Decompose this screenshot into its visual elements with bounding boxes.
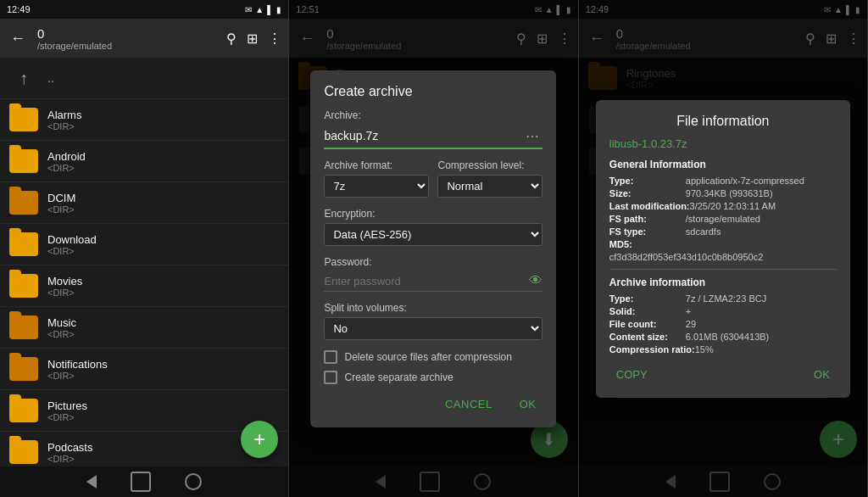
archive-file-count: 29 <box>686 319 696 329</box>
info-md5: cf3d38d2ff053ef343d10c0b8b0950c2 <box>609 252 763 262</box>
info-divider <box>609 269 837 270</box>
file-list-1: ↑ .. Alarms <DIR> Android <DIR> DCIM <box>0 58 288 466</box>
delete-source-checkbox[interactable] <box>324 350 337 364</box>
toolbar-icons-1: ⚲ ⊞ ⋮ <box>226 31 281 47</box>
file-info-filename: libusb-1.0.23.7z <box>609 137 837 150</box>
selected-count-1: 0 <box>37 26 221 41</box>
archive-content-size: 6.01MB (6304413B) <box>686 332 769 342</box>
md5-label: MD5: <box>609 239 686 249</box>
status-left-1: 12:49 <box>7 4 31 14</box>
split-label: Split into volumes: <box>324 302 542 314</box>
info-fs-type: sdcardfs <box>686 226 721 237</box>
folder-icon <box>9 274 38 298</box>
search-icon-1[interactable]: ⚲ <box>226 31 236 47</box>
archive-info-section: Archive information <box>609 276 837 288</box>
cancel-button[interactable]: Cancel <box>438 394 499 414</box>
toolbar-info-1: 0 /storage/emulated <box>34 26 221 51</box>
general-info-section: General Information <box>609 159 837 170</box>
folder-icon-special <box>9 316 38 339</box>
list-item[interactable]: ↑ .. <box>0 58 288 99</box>
toolbar-1: ← 0 /storage/emulated ⚲ ⊞ ⋮ <box>0 19 288 58</box>
archive-name-row: ⋯ <box>324 125 542 149</box>
encryption-label: Encryption: <box>324 208 542 220</box>
archive-compression-ratio: 15% <box>695 344 714 355</box>
list-item[interactable]: Alarms <DIR> <box>0 99 288 141</box>
recents-nav-1[interactable] <box>185 473 202 490</box>
list-item[interactable]: Notifications <DIR> <box>0 349 288 390</box>
list-item[interactable]: Music <DIR> <box>0 307 288 349</box>
parent-dir-icon: ↑ <box>8 63 39 93</box>
back-nav-1[interactable] <box>86 475 97 489</box>
folder-icon <box>9 149 38 173</box>
panel-1: 12:49 ✉ ▲ ▌ ▮ ← 0 /storage/emulated ⚲ ⊞ … <box>0 0 289 497</box>
fab-add-1[interactable]: + <box>241 421 278 458</box>
show-password-icon[interactable]: 👁 <box>529 273 542 288</box>
create-archive-overlay: Create archive Archive: ⋯ Archive format… <box>289 0 577 497</box>
wifi-icon-1: ▲ <box>255 5 264 14</box>
status-bar-1: 12:49 ✉ ▲ ▌ ▮ <box>0 0 288 19</box>
dialog-title: Create archive <box>324 84 542 99</box>
password-input[interactable] <box>324 271 529 291</box>
copy-button[interactable]: Copy <box>609 365 654 384</box>
dialog-buttons: Cancel OK <box>324 394 542 414</box>
split-volumes-select[interactable]: No Yes <box>324 317 542 340</box>
ok-button-3[interactable]: OK <box>807 365 837 384</box>
folder-icon <box>9 108 38 131</box>
home-nav-1[interactable] <box>131 472 151 492</box>
password-label: Password: <box>324 256 542 268</box>
folder-icon-special <box>9 357 38 381</box>
back-button-1[interactable]: ← <box>7 26 29 51</box>
password-row: 👁 <box>324 271 542 292</box>
archive-name-input[interactable] <box>324 126 522 146</box>
file-info-overlay: File information libusb-1.0.23.7z Genera… <box>579 0 867 497</box>
info-dialog-buttons: Copy OK <box>609 365 837 384</box>
separate-archive-checkbox[interactable] <box>324 371 337 384</box>
info-last-mod: 3/25/20 12:03:11 AM <box>690 201 776 211</box>
folder-icon <box>9 440 38 464</box>
notification-icon-1: ✉ <box>245 5 252 14</box>
info-type: application/x-7z-compressed <box>686 176 804 186</box>
archive-format-select[interactable]: 7z zip tar <box>324 175 429 198</box>
create-archive-dialog: Create archive Archive: ⋯ Archive format… <box>310 70 556 427</box>
panel-3: 12:49 ✉ ▲ ▌ ▮ ← 0 /storage/emulated ⚲ ⊞ … <box>579 0 868 497</box>
status-right-1: ✉ ▲ ▌ ▮ <box>245 5 281 14</box>
ok-button[interactable]: OK <box>513 394 543 414</box>
list-item[interactable]: DCIM <DIR> <box>0 182 288 224</box>
compression-level-select[interactable]: Normal Fast Maximum <box>437 175 542 198</box>
archive-solid: + <box>686 306 691 316</box>
list-item[interactable]: Movies <DIR> <box>0 265 288 307</box>
separate-archive-checkbox-row[interactable]: Create separate archive <box>324 371 542 384</box>
separate-archive-label: Create separate archive <box>344 371 453 383</box>
format-compression-row: Archive format: 7z zip tar Compression l… <box>324 159 542 198</box>
bottom-bar-1 <box>0 466 288 497</box>
archive-label: Archive: <box>324 109 542 121</box>
time-1: 12:49 <box>7 4 31 14</box>
current-path-1: /storage/emulated <box>37 41 221 51</box>
folder-icon <box>9 232 38 256</box>
folder-icon <box>9 399 38 422</box>
signal-icon-1: ▌ <box>267 5 273 14</box>
list-item[interactable]: Android <DIR> <box>0 141 288 182</box>
archive-type: 7z / LZMA2:23 BCJ <box>686 293 766 304</box>
file-info-title: File information <box>609 114 837 129</box>
info-size: 970.34KB (993631B) <box>686 188 773 198</box>
folder-icon-special <box>9 191 38 215</box>
encryption-select[interactable]: Data (AES-256) None <box>324 223 542 246</box>
battery-icon-1: ▮ <box>276 5 281 14</box>
archive-browse-btn[interactable]: ⋯ <box>522 125 542 148</box>
list-item[interactable]: Download <DIR> <box>0 224 288 265</box>
panel-2: 12:51 ✉ ▲ ▌ ▮ ← 0 /storage/emulated ⚲ ⊞ … <box>289 0 578 497</box>
delete-source-checkbox-row[interactable]: Delete source files after compression <box>324 350 542 364</box>
file-info-dialog: File information libusb-1.0.23.7z Genera… <box>596 100 850 398</box>
info-fs-path: /storage/emulated <box>686 214 760 224</box>
grid-icon-1[interactable]: ⊞ <box>247 31 258 47</box>
more-icon-1[interactable]: ⋮ <box>268 31 281 47</box>
delete-source-label: Delete source files after compression <box>344 351 511 363</box>
